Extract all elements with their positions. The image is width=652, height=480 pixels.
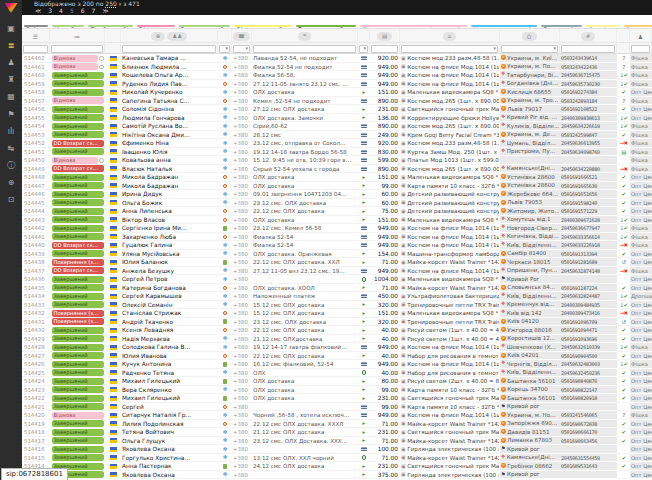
settings-icon[interactable]: ↹: [3, 143, 19, 155]
column-header-comment[interactable]: ❝: [252, 29, 358, 43]
tracking-number[interactable]: 0501691651656: [560, 190, 617, 199]
client-phone[interactable]: +380: [232, 114, 252, 123]
tracking-number[interactable]: 0501691571229: [560, 207, 617, 216]
client-phone[interactable]: +380: [232, 437, 252, 446]
client-phone[interactable]: +380: [232, 377, 252, 386]
filter-input-address[interactable]: ▾: [501, 45, 558, 53]
tracking-number[interactable]: 0503243439614: [560, 54, 617, 63]
client-phone[interactable]: +380: [232, 63, 252, 72]
company-icon[interactable]: ♜: [3, 74, 19, 86]
tracking-number[interactable]: 20450634098760: [560, 148, 617, 157]
client-phone[interactable]: +380: [232, 80, 252, 89]
client-phone[interactable]: +380: [232, 420, 252, 429]
tracking-number[interactable]: 0503242599847: [560, 131, 617, 140]
column-header-payment[interactable]: [358, 29, 370, 43]
tracking-number[interactable]: 0501690822147: [560, 386, 617, 395]
clients-icon[interactable]: ♟: [3, 57, 19, 69]
tab-Самовивіз[interactable]: Самовивіз2: [539, 15, 585, 28]
tracking-number[interactable]: 0501691665630: [560, 182, 617, 191]
table-row[interactable]: 514419ЗавершенийЛилия Подолинская+38022.…: [22, 420, 652, 429]
pager-page-3[interactable]: 3: [48, 8, 52, 14]
video-icon[interactable]: ⊡: [3, 194, 19, 206]
client-phone[interactable]: +380: [232, 182, 252, 191]
tracking-number[interactable]: 20450632610339: [560, 343, 617, 352]
column-header-price[interactable]: ▤: [370, 29, 400, 43]
client-phone[interactable]: +380: [232, 284, 252, 293]
filter-input-store[interactable]: [631, 45, 650, 53]
filter-input-phone[interactable]: ▾: [233, 45, 250, 53]
dashboard-icon[interactable]: ▣: [3, 23, 19, 35]
client-phone[interactable]: +380: [232, 131, 252, 140]
column-header-tracking-status[interactable]: [617, 29, 630, 43]
table-row[interactable]: 514423ЗавершенийВера Скляренко✻+380ОЛХ д…: [22, 386, 652, 395]
tab-Прийнятий[interactable]: Прийнятий7: [86, 15, 135, 28]
table-row[interactable]: 514421ЗавершенийСергей+38099.00▣Карта па…: [22, 403, 652, 412]
client-phone[interactable]: +380: [232, 258, 252, 267]
client-phone[interactable]: +380: [232, 445, 252, 454]
column-header-source[interactable]: [218, 29, 232, 43]
tab-Сервіси[interactable]: Сервіси0: [584, 15, 621, 28]
client-phone[interactable]: +380: [232, 428, 252, 437]
products-icon[interactable]: ▦: [3, 91, 19, 103]
table-row[interactable]: 514413ЗавершенийЯковлева Оксана✻+380▸375…: [22, 471, 652, 480]
table-row[interactable]: 514461ВідмоваБлизнюк Людмила …+380Фиалка…: [22, 63, 652, 72]
table-row[interactable]: 514430ЗавершенийКсенія Левадняя+38022.12…: [22, 326, 652, 335]
column-header-flag[interactable]: [105, 29, 121, 43]
pager-first-icon[interactable]: ≪: [35, 8, 41, 14]
client-phone[interactable]: +380: [232, 105, 252, 114]
tracking-number[interactable]: 0503241546065: [560, 411, 617, 420]
tracking-number[interactable]: 0501690666170: [560, 428, 617, 437]
pager-page-4[interactable]: 4: [59, 8, 63, 14]
client-phone[interactable]: +380: [232, 360, 252, 369]
pager-page-6[interactable]: 6: [81, 8, 85, 14]
table-row[interactable]: 514441ЗавершенийЗахарченко Люба+380Фиалк…: [22, 233, 652, 242]
column-header-product[interactable]: ⌂: [400, 29, 500, 43]
tracking-number[interactable]: 20400309484935: [560, 301, 617, 310]
tracking-number[interactable]: 0501689531643: [560, 462, 617, 471]
client-phone[interactable]: +380: [232, 411, 252, 420]
tracking-number[interactable]: 0501692108522: [560, 105, 617, 114]
client-phone[interactable]: +380: [232, 148, 252, 157]
column-header-tracking[interactable]: #: [560, 29, 617, 43]
table-row[interactable]: 514449DD Возврат ск…Власюк Наталья✻+380С…: [22, 165, 652, 174]
tracking-number[interactable]: 20450631554459: [560, 454, 617, 463]
tracking-number[interactable]: 20450636613955: [560, 139, 617, 148]
client-phone[interactable]: +380: [232, 207, 252, 216]
table-row[interactable]: 514446ЗавершенийИрина Дидук✻+38009.01 зв…: [22, 190, 652, 199]
tracking-number[interactable]: 20450632450236: [560, 369, 617, 378]
support-icon[interactable]: ⊕: [3, 177, 19, 189]
table-row[interactable]: 514422ЗавершенийМихаил Гилецький+380ОЛХ …: [22, 394, 652, 403]
page-size-select[interactable]: 250: [105, 0, 116, 7]
tracking-number[interactable]: [560, 275, 617, 284]
table-row[interactable]: 514424ЗавершенийМихаил Гилецький+380ОЛХ …: [22, 377, 652, 386]
client-phone[interactable]: +380: [232, 199, 252, 208]
tracking-number[interactable]: 20450634220880: [560, 165, 617, 174]
table-row[interactable]: 514427ЗавершенийЮлия Иванова+38022.12 см…: [22, 352, 652, 361]
table-row[interactable]: 514456ЗавершенийСоломія Сідоніна✻+38027.…: [22, 105, 652, 114]
client-phone[interactable]: +380: [232, 156, 252, 165]
client-phone[interactable]: +380: [232, 233, 252, 242]
pager-last-icon[interactable]: ≫: [102, 8, 108, 14]
filter-input-payment[interactable]: ▾: [359, 45, 368, 53]
tracking-number[interactable]: 0501691666521: [560, 173, 617, 182]
tab-Повернення товару (в дорозі)[interactable]: Повернення товару (в дорозі)0: [358, 15, 469, 28]
table-row[interactable]: 514432Повернення (з…Станіслав Стрижак+38…: [22, 309, 652, 318]
tab-Нема в наявності[interactable]: Нема в наявності1: [469, 15, 538, 28]
client-phone[interactable]: +380: [232, 394, 252, 403]
table-row[interactable]: 514452DD Возврат ск…Єфименко Ніна✻+38023…: [22, 139, 652, 148]
filter-input-source[interactable]: ▾: [219, 45, 230, 53]
tracking-number[interactable]: [560, 445, 617, 454]
client-phone[interactable]: +380: [232, 343, 252, 352]
client-phone[interactable]: +380: [232, 369, 252, 378]
client-phone[interactable]: +380: [232, 292, 252, 301]
table-row[interactable]: 514439ЗавершенийУляна Мусійовська✻+380ОЛ…: [22, 250, 652, 259]
client-phone[interactable]: +380: [232, 267, 252, 276]
filter-input-name[interactable]: [122, 45, 216, 53]
table-row[interactable]: 514437DD Возврат ск…Анжела Безушку✻+3802…: [22, 267, 652, 276]
tracking-number[interactable]: 0501691094471: [560, 326, 617, 335]
tracking-number[interactable]: 0501690663456: [560, 437, 617, 446]
table-row[interactable]: 514428ЗавершенийСолодкова Галина В…✻+380…: [22, 343, 652, 352]
tab-Відправлений[interactable]: Відправлений12: [232, 15, 294, 28]
table-row[interactable]: 514450ВідмоваКовальова анна✻+38015.12. 9…: [22, 156, 652, 165]
table-row[interactable]: 514416ЗавершенийЯковлева Оксана✻+380100.…: [22, 445, 652, 454]
